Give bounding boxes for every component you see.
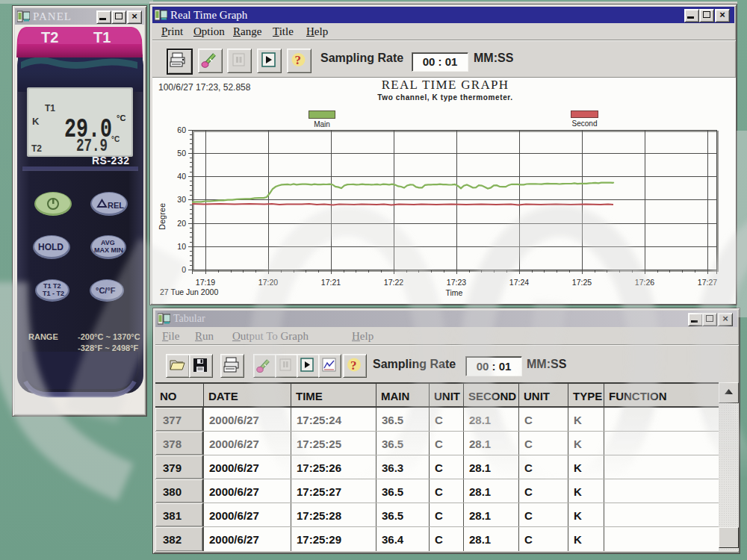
svg-text:20: 20	[177, 219, 186, 228]
svg-text:27 Tue Jun 2000: 27 Tue Jun 2000	[160, 287, 218, 296]
svg-text:17:20: 17:20	[258, 278, 278, 287]
svg-text:AVG: AVG	[101, 239, 115, 246]
svg-text:Time: Time	[446, 288, 463, 297]
svg-text:?: ?	[295, 53, 302, 67]
svg-text:RS-232: RS-232	[92, 155, 129, 167]
svg-text:60: 60	[177, 125, 186, 134]
svg-text:40: 40	[177, 172, 186, 181]
svg-text:HOLD: HOLD	[38, 242, 63, 252]
svg-text:T2: T2	[31, 143, 42, 154]
svg-text:27.9: 27.9	[76, 136, 108, 156]
svg-text:0: 0	[182, 265, 186, 274]
svg-text:10: 10	[177, 242, 186, 251]
svg-text:-200°C ~ 1370°C: -200°C ~ 1370°C	[78, 332, 140, 341]
svg-text:17:22: 17:22	[384, 278, 403, 287]
svg-text:°C: °C	[117, 113, 125, 122]
svg-text:T1 - T2: T1 - T2	[43, 290, 64, 297]
svg-text:17:19: 17:19	[196, 278, 215, 287]
svg-text:17:23: 17:23	[447, 278, 466, 287]
svg-text:MAX MIN: MAX MIN	[94, 246, 123, 254]
svg-text:T1 T2: T1 T2	[43, 282, 61, 290]
svg-text:REL: REL	[108, 201, 124, 210]
svg-text:T1: T1	[45, 103, 55, 113]
svg-text:?: ?	[350, 358, 357, 373]
svg-text:30: 30	[177, 195, 186, 204]
svg-text:17:24: 17:24	[509, 278, 529, 287]
svg-text:-328°F ~ 2498°F: -328°F ~ 2498°F	[78, 343, 139, 352]
svg-text:°C/°F: °C/°F	[96, 286, 116, 295]
svg-text:°C: °C	[111, 135, 120, 143]
svg-text:17:25: 17:25	[572, 278, 592, 287]
svg-text:17:27: 17:27	[698, 278, 717, 287]
svg-text:Degree: Degree	[158, 203, 167, 230]
svg-text:17:26: 17:26	[635, 278, 654, 287]
svg-text:RANGE: RANGE	[28, 332, 58, 341]
svg-text:T2: T2	[41, 29, 58, 46]
svg-text:T1: T1	[93, 29, 111, 46]
svg-text:50: 50	[177, 149, 186, 158]
svg-text:K: K	[32, 116, 40, 127]
svg-text:17:21: 17:21	[321, 278, 341, 287]
